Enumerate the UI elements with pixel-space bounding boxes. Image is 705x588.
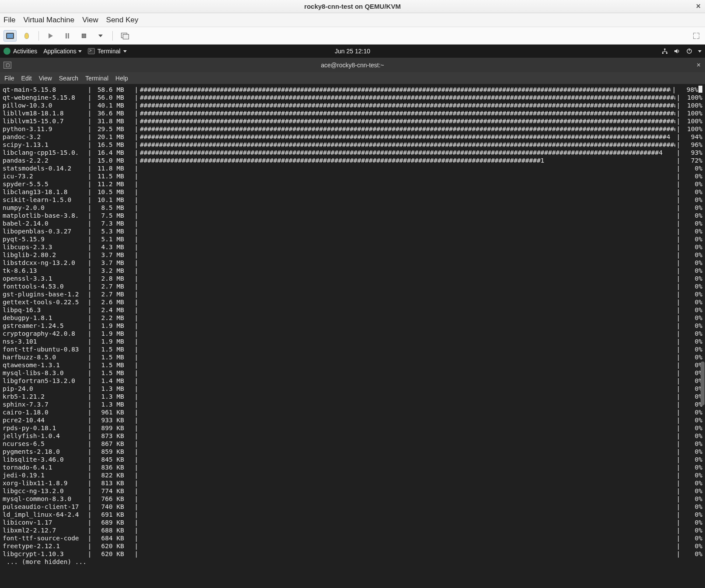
progress-percent: 0% xyxy=(681,298,702,306)
volume-icon[interactable] xyxy=(674,48,681,55)
chevron-down-icon xyxy=(698,50,702,52)
toolbar-separator xyxy=(112,31,113,41)
package-size: 58.6 MB xyxy=(93,86,127,94)
column-separator: | xyxy=(127,149,140,157)
console-button[interactable] xyxy=(3,30,17,42)
host-toolbar xyxy=(0,27,705,45)
column-separator: | xyxy=(675,204,681,212)
clock[interactable]: Jun 25 12:10 xyxy=(335,48,370,55)
column-separator: | xyxy=(87,282,93,290)
package-size: 688 KB xyxy=(93,526,127,534)
package-size: 1.5 MB xyxy=(93,369,127,377)
package-size: 822 KB xyxy=(93,471,127,479)
package-size: 10.5 MB xyxy=(93,188,127,196)
column-separator: | xyxy=(675,518,681,526)
column-separator: | xyxy=(87,385,93,393)
term-menu-search[interactable]: Search xyxy=(59,75,78,82)
progress-percent: 0% xyxy=(681,306,702,314)
column-separator: | xyxy=(675,243,681,251)
progress-percent: 0% xyxy=(681,518,702,526)
pause-button[interactable] xyxy=(61,30,74,42)
column-separator: | xyxy=(127,306,140,314)
terminal-content[interactable]: qt-main-5.15.8|58.6 MB | ###############… xyxy=(0,84,705,588)
package-size: 1.5 MB xyxy=(93,353,127,361)
column-separator: | xyxy=(87,86,93,94)
download-row: libxml2-2.12.7|688 KB | |0% xyxy=(3,526,702,534)
column-separator: | xyxy=(127,393,140,400)
progress-bar: ########################################… xyxy=(140,94,675,101)
progress-percent: 0% xyxy=(681,212,702,219)
progress-percent: 0% xyxy=(681,227,702,235)
distro-logo-icon xyxy=(3,48,10,55)
terminal-icon[interactable]: ▢ xyxy=(3,62,11,69)
term-menu-help[interactable]: Help xyxy=(115,75,128,82)
applications-menu[interactable]: Applications xyxy=(43,48,82,55)
term-menu-edit[interactable]: Edit xyxy=(21,75,32,82)
host-menu-file[interactable]: File xyxy=(3,16,15,24)
column-separator: | xyxy=(127,109,140,117)
column-separator: | xyxy=(87,149,93,157)
package-name: icu-73.2 xyxy=(3,172,87,180)
column-separator: | xyxy=(87,479,93,487)
package-size: 16.5 MB xyxy=(93,141,127,149)
activities-button[interactable]: Activities xyxy=(3,48,37,55)
progress-bar xyxy=(140,463,675,471)
scrollbar[interactable] xyxy=(700,84,705,588)
term-menu-terminal[interactable]: Terminal xyxy=(85,75,108,82)
progress-percent: 0% xyxy=(681,377,702,385)
package-size: 7.5 MB xyxy=(93,212,127,219)
network-icon[interactable] xyxy=(661,48,668,55)
column-separator: | xyxy=(87,141,93,149)
package-size: 2.8 MB xyxy=(93,275,127,282)
package-name: pulseaudio-client-17 xyxy=(3,503,87,511)
snapshots-button[interactable] xyxy=(118,30,131,42)
column-separator: | xyxy=(675,400,681,408)
shutdown-button[interactable] xyxy=(77,30,90,42)
close-icon[interactable]: × xyxy=(697,61,701,69)
package-name: babel-2.14.0 xyxy=(3,219,87,227)
package-name: pyqt-5.15.9 xyxy=(3,235,87,243)
host-menu-view[interactable]: View xyxy=(82,16,98,24)
column-separator: | xyxy=(87,432,93,440)
close-icon[interactable]: × xyxy=(696,2,701,11)
package-name: ld_impl_linux-64-2.4 xyxy=(3,511,87,518)
package-size: 31.8 MB xyxy=(93,117,127,125)
progress-bar xyxy=(140,322,675,330)
current-app-menu[interactable]: Terminal xyxy=(88,48,127,55)
column-separator: | xyxy=(127,337,140,345)
column-separator: | xyxy=(127,94,140,101)
host-menu-vm[interactable]: Virtual Machine xyxy=(23,16,74,24)
power-icon[interactable] xyxy=(686,48,693,55)
host-menu-sendkey[interactable]: Send Key xyxy=(106,16,139,24)
progress-percent: 100% xyxy=(681,125,702,133)
download-row: harfbuzz-8.5.0|1.5 MB | |0% xyxy=(3,353,702,361)
run-button[interactable] xyxy=(44,30,57,42)
package-size: 5.1 MB xyxy=(93,235,127,243)
column-separator: | xyxy=(675,235,681,243)
download-row: sphinx-7.3.7|1.3 MB | |0% xyxy=(3,400,702,408)
scrollbar-thumb[interactable] xyxy=(701,362,705,405)
package-name: font-ttf-source-code xyxy=(3,534,87,542)
column-separator: | xyxy=(87,550,93,558)
fullscreen-button[interactable] xyxy=(693,32,700,39)
term-menu-view[interactable]: View xyxy=(39,75,52,82)
download-row: xorg-libx11-1.8.9|813 KB | |0% xyxy=(3,479,702,487)
column-separator: | xyxy=(127,448,140,456)
info-button[interactable] xyxy=(20,30,33,42)
package-name: mysql-libs-8.3.0 xyxy=(3,369,87,377)
column-separator: | xyxy=(87,456,93,463)
column-separator: | xyxy=(127,117,140,125)
package-size: 11.5 MB xyxy=(93,172,127,180)
clock-label: Jun 25 12:10 xyxy=(335,48,370,55)
download-row: debugpy-1.8.1|2.2 MB | |0% xyxy=(3,314,702,322)
progress-percent: 0% xyxy=(681,345,702,353)
column-separator: | xyxy=(127,503,140,511)
progress-bar: ########################################… xyxy=(140,117,675,125)
column-separator: | xyxy=(127,440,140,448)
download-row: krb5-1.21.2|1.3 MB | |0% xyxy=(3,393,702,400)
term-menu-file[interactable]: File xyxy=(4,75,14,82)
shutdown-menu-button[interactable] xyxy=(94,30,107,42)
column-separator: | xyxy=(87,259,93,267)
column-separator: | xyxy=(675,314,681,322)
column-separator: | xyxy=(675,275,681,282)
